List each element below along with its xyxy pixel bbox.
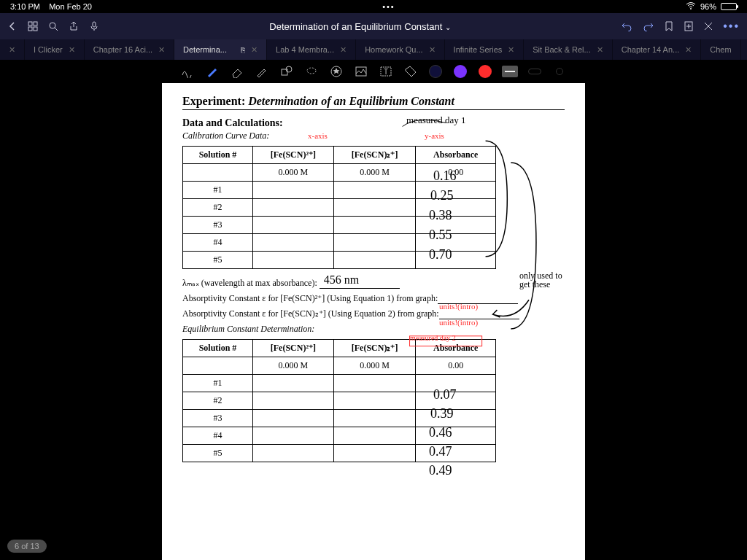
abs-const-2: Absorptivity Constant ε for [Fe(SCN)₂⁺] … bbox=[182, 308, 565, 319]
hand-abs-1: 0.16 bbox=[433, 169, 457, 182]
battery-percent: 96% bbox=[700, 2, 716, 11]
share-icon[interactable] bbox=[69, 21, 79, 31]
close-icon[interactable]: ✕ bbox=[69, 45, 75, 55]
tab-3[interactable]: Lab 4 Membra...✕ bbox=[267, 39, 356, 60]
status-time: 3:10 PM bbox=[10, 2, 40, 11]
svg-point-5 bbox=[50, 23, 55, 28]
svg-rect-8 bbox=[282, 69, 287, 75]
stroke-thick[interactable] bbox=[502, 63, 518, 79]
svg-point-0 bbox=[690, 8, 692, 9]
status-date: Mon Feb 20 bbox=[49, 2, 92, 11]
ann-units-1: units!(intro) bbox=[439, 302, 478, 311]
tab-4[interactable]: Homework Qu...✕ bbox=[356, 39, 444, 60]
equilibrium-subhead: Equilibrium Constant Determination: bbox=[182, 324, 565, 335]
tab-6[interactable]: Sit Back & Rel...✕ bbox=[524, 39, 612, 60]
scribble-tool-icon[interactable] bbox=[179, 63, 196, 79]
lock-icon: ⎘ bbox=[241, 46, 245, 54]
svg-rect-6 bbox=[93, 22, 96, 27]
ann-measured-day1: measured day 1 bbox=[406, 115, 466, 125]
chevron-down-icon: ⌄ bbox=[445, 23, 451, 31]
svg-point-10 bbox=[307, 68, 316, 74]
ann-xaxis: x-axis bbox=[308, 131, 328, 140]
favorites-tool-icon[interactable] bbox=[328, 63, 344, 79]
page-indicator: 6 of 13 bbox=[7, 540, 47, 553]
close-all-tab[interactable]: ✕ bbox=[0, 39, 25, 60]
color-navy[interactable] bbox=[427, 63, 444, 79]
wifi-icon bbox=[686, 2, 696, 11]
svg-rect-4 bbox=[34, 27, 37, 31]
hand-abs-2: 0.25 bbox=[430, 189, 454, 202]
bookmark-icon[interactable] bbox=[665, 21, 673, 31]
multitask-dots-icon[interactable]: ••• bbox=[382, 2, 395, 11]
close-icon[interactable]: ✕ bbox=[340, 45, 347, 55]
close-icon[interactable] bbox=[704, 22, 713, 31]
highlighter-tool-icon[interactable] bbox=[254, 63, 270, 79]
hand-eq-3: 0.46 bbox=[429, 426, 452, 439]
hand-abs-3: 0.38 bbox=[429, 209, 452, 222]
ann-yaxis: y-axis bbox=[425, 131, 444, 140]
svg-text:T: T bbox=[384, 68, 388, 76]
close-icon[interactable]: ✕ bbox=[508, 45, 514, 55]
ann-only-used: only used to get these bbox=[519, 271, 563, 289]
text-tool-icon[interactable]: T bbox=[378, 63, 394, 79]
shape-tool-icon[interactable] bbox=[279, 63, 295, 79]
redo-icon[interactable] bbox=[643, 21, 654, 31]
hand-abs-5: 0.70 bbox=[429, 248, 452, 261]
add-page-icon[interactable] bbox=[684, 21, 694, 31]
tab-strip: ✕ I Clicker✕ Chapter 16 Aci...✕ Determin… bbox=[0, 39, 747, 60]
tab-5[interactable]: Infinite Series✕ bbox=[445, 39, 525, 60]
stroke-thin[interactable] bbox=[551, 63, 568, 79]
search-icon[interactable] bbox=[48, 21, 58, 31]
more-icon[interactable]: ••• bbox=[723, 20, 740, 33]
close-icon[interactable]: ✕ bbox=[251, 45, 258, 55]
eraser-tool-icon[interactable] bbox=[229, 63, 245, 79]
tab-0[interactable]: I Clicker✕ bbox=[25, 39, 85, 60]
section-heading: Data and Calculations: bbox=[182, 117, 565, 129]
hand-eq-2: 0.39 bbox=[430, 407, 454, 420]
tag-tool-icon[interactable] bbox=[403, 63, 419, 79]
svg-rect-2 bbox=[34, 22, 37, 26]
tab-7[interactable]: Chapter 14 An...✕ bbox=[613, 39, 702, 60]
svg-rect-1 bbox=[28, 22, 32, 26]
hand-eq-4: 0.47 bbox=[429, 445, 452, 458]
abs-const-1: Absorptivity Constant ε for [Fe(SCN)²⁺] … bbox=[182, 293, 565, 304]
app-top-bar: Determination of an Equilibrium Constant… bbox=[0, 13, 747, 39]
hand-eq-5: 0.49 bbox=[429, 464, 452, 477]
close-icon[interactable]: ✕ bbox=[429, 45, 436, 55]
tab-2[interactable]: Determina... ⎘✕ bbox=[174, 39, 267, 60]
hand-eq-1: 0.07 bbox=[433, 388, 457, 401]
ann-units-2: units!(intro) bbox=[439, 318, 478, 327]
pen-tool-icon[interactable] bbox=[204, 63, 220, 79]
annotation-toolbar: T bbox=[0, 60, 747, 83]
battery-icon bbox=[721, 3, 737, 10]
stroke-medium[interactable] bbox=[527, 63, 543, 79]
calibration-subhead: Calibration Curve Data: bbox=[182, 131, 565, 141]
close-icon[interactable]: ✕ bbox=[597, 45, 603, 55]
tab-8[interactable]: Chem bbox=[701, 39, 740, 60]
experiment-heading: Experiment: Determination of an Equilibr… bbox=[182, 95, 565, 110]
lasso-tool-icon[interactable] bbox=[303, 63, 320, 79]
tab-1[interactable]: Chapter 16 Aci...✕ bbox=[85, 39, 174, 60]
document-title[interactable]: Determination of an Equilibrium Constant… bbox=[109, 21, 611, 32]
color-purple[interactable] bbox=[452, 63, 468, 79]
document-canvas[interactable]: Experiment: Determination of an Equilibr… bbox=[0, 83, 747, 560]
close-icon[interactable]: ✕ bbox=[158, 45, 165, 55]
color-red[interactable] bbox=[477, 63, 493, 79]
ann-measured-day2: measured day 2 bbox=[410, 334, 456, 342]
image-tool-icon[interactable] bbox=[353, 63, 369, 79]
close-icon[interactable]: ✕ bbox=[685, 45, 692, 55]
svg-rect-3 bbox=[28, 27, 32, 31]
hand-abs-4: 0.55 bbox=[429, 228, 452, 241]
lambda-line: λₘₐₓ (wavelength at max absorbance): 456… bbox=[182, 278, 565, 289]
undo-icon[interactable] bbox=[621, 21, 632, 31]
mic-icon[interactable] bbox=[89, 21, 99, 31]
pdf-page[interactable]: Experiment: Determination of an Equilibr… bbox=[162, 83, 585, 560]
status-bar: 3:10 PM Mon Feb 20 ••• 96% bbox=[0, 0, 747, 13]
grid-icon[interactable] bbox=[28, 21, 38, 31]
back-icon[interactable] bbox=[7, 21, 18, 31]
